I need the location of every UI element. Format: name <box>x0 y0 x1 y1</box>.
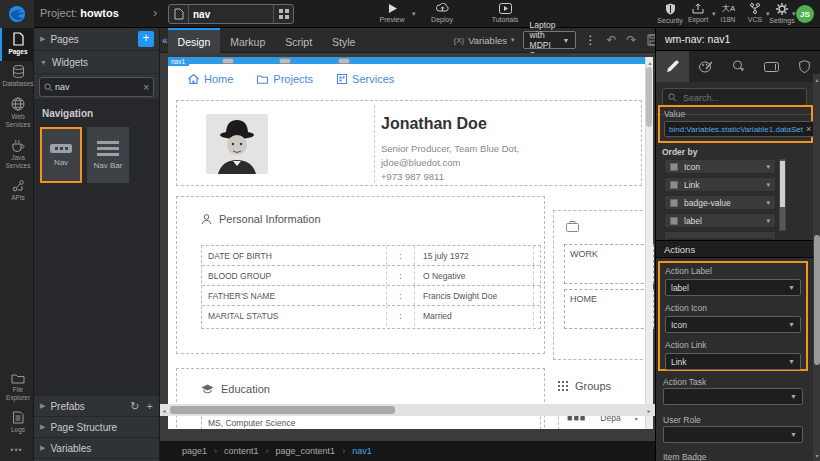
tab-markup[interactable]: Markup <box>220 28 275 53</box>
pencil-icon <box>666 60 679 73</box>
user-role-label: User Role <box>663 415 701 425</box>
education-panel[interactable]: Education MS, Computer Science <box>176 368 545 429</box>
preview-caret-icon[interactable]: ▾ <box>412 10 416 18</box>
scroll-down-icon[interactable]: ▾ <box>813 452 820 459</box>
scroll-up-icon[interactable]: ▴ <box>813 76 820 83</box>
tab-styles[interactable] <box>689 51 722 82</box>
order-option-label[interactable]: label▾ <box>664 213 776 228</box>
table-row[interactable]: DATE OF BIRTH:15 july 1972 <box>202 246 540 266</box>
add-page-button[interactable]: + <box>138 31 154 47</box>
order-option-partial-row <box>664 231 776 238</box>
canvas-hscroll-thumb[interactable] <box>170 406 395 414</box>
value-binding-input[interactable]: bind:Variables.staticVariable1.dataSet × <box>664 121 816 137</box>
preview-button[interactable]: Preview <box>370 3 414 23</box>
tutorials-button[interactable]: Tutorials <box>483 3 527 23</box>
breadcrumb-nav1[interactable]: nav1 <box>352 446 372 456</box>
pages-section-header[interactable]: ▶ Pages + <box>34 28 159 51</box>
profile-panel[interactable]: Jonathan Doe Senior Producer, Team Blue … <box>176 100 642 186</box>
action-link-select[interactable]: Link▼ <box>665 353 801 370</box>
more-options-icon[interactable]: ⋮ <box>584 33 596 47</box>
contact-row-work[interactable]: WORK <box>564 244 654 284</box>
tab-script[interactable]: Script <box>275 28 322 53</box>
contact-panel[interactable]: WORK HOME <box>553 210 653 360</box>
scroll-left-icon[interactable]: ◂ <box>160 407 168 414</box>
breadcrumb-content1[interactable]: content1 <box>224 446 259 456</box>
widget-tile-navbar[interactable]: Nav Bar <box>87 127 129 183</box>
widget-handle[interactable] <box>222 58 234 64</box>
clear-binding-icon[interactable]: × <box>806 124 811 134</box>
variables-dropdown[interactable]: {X} Variables ▾ <box>453 35 514 46</box>
nav-item-home[interactable]: Home <box>188 73 233 85</box>
widget-handle[interactable] <box>279 58 291 64</box>
profile-photo <box>206 114 268 174</box>
checkbox[interactable] <box>670 199 678 207</box>
personal-info-panel[interactable]: Personal Information DATE OF BIRTH:15 ju… <box>176 196 545 354</box>
device-select[interactable]: Laptop with MDPI Screen ▼ <box>523 31 577 49</box>
rail-more-icon[interactable]: ••• <box>0 439 33 461</box>
deploy-button[interactable]: Deploy <box>420 3 464 23</box>
rail-item-web-services[interactable]: Web Services <box>0 93 34 134</box>
page-preview[interactable]: nav1 Home Projects Services <box>168 57 652 429</box>
prefabs-section-header[interactable]: ▶ Prefabs ↻+ <box>34 396 159 417</box>
tab-properties[interactable] <box>656 51 689 82</box>
undo-icon[interactable]: ↶ <box>606 33 616 47</box>
breadcrumb-page1[interactable]: page1 <box>182 446 207 456</box>
page-name-input[interactable] <box>189 9 273 20</box>
action-icon-select[interactable]: Icon▼ <box>665 316 801 333</box>
tab-design[interactable]: Design <box>168 28 221 53</box>
nav-item-projects[interactable]: Projects <box>257 73 313 85</box>
tab-inspect[interactable] <box>722 51 755 82</box>
nav-item-services[interactable]: Services <box>337 73 394 85</box>
table-row[interactable]: FATHER'S NAME:Francis Dwight Doe <box>202 286 540 306</box>
scroll-right-icon[interactable]: ▸ <box>645 407 653 414</box>
tab-device[interactable] <box>755 51 788 82</box>
add-prefab-button[interactable]: + <box>147 400 153 413</box>
breadcrumb-page-content1[interactable]: page_content1 <box>276 446 336 456</box>
page-structure-section-header[interactable]: ▶ Page Structure <box>34 417 159 438</box>
action-label-select[interactable]: label▼ <box>665 279 801 296</box>
wavemaker-logo[interactable] <box>0 0 34 28</box>
table-row[interactable]: MARITAL STATUS:Married <box>202 306 540 326</box>
checkbox[interactable] <box>670 163 678 171</box>
order-list-scroll-thumb[interactable] <box>780 161 785 207</box>
selected-widget-header: wm-nav: nav1 <box>656 28 820 51</box>
canvas-horizontal-scrollbar[interactable]: ◂ ▸ <box>160 404 655 416</box>
tab-style[interactable]: Style <box>322 28 365 53</box>
settings-caret-icon[interactable]: ▾ <box>792 10 796 18</box>
rail-item-pages[interactable]: Pages <box>0 28 34 61</box>
widgets-section-header[interactable]: ▼ Widgets <box>34 51 159 74</box>
widget-search[interactable]: × <box>39 77 154 97</box>
canvas-vscroll-thumb[interactable] <box>646 67 652 127</box>
rail-item-logs[interactable]: Logs <box>0 407 34 439</box>
property-search-input[interactable] <box>681 92 801 104</box>
actions-section-header[interactable]: Actions <box>656 240 813 258</box>
user-role-select[interactable]: ▼ <box>663 426 803 443</box>
widget-search-input[interactable] <box>53 81 143 93</box>
groups-panel[interactable]: Groups ■■■ Depa ▾ <box>553 372 653 429</box>
order-option-icon[interactable]: Icon▾ <box>664 159 776 174</box>
checkbox[interactable] <box>670 217 678 225</box>
clear-search-icon[interactable]: × <box>143 82 149 93</box>
rail-item-databases[interactable]: Databases <box>0 61 34 93</box>
action-task-select[interactable]: ▼ <box>663 388 803 405</box>
contact-row-home[interactable]: HOME <box>564 289 654 329</box>
scroll-up-icon[interactable]: ▴ <box>646 59 654 66</box>
rail-item-file-explorer[interactable]: File Explorer <box>0 369 34 407</box>
table-row[interactable]: BLOOD GROUP:O Negative <box>202 266 540 286</box>
checkbox[interactable] <box>670 181 678 189</box>
refresh-icon[interactable]: ↻ <box>130 400 139 413</box>
widget-handle[interactable] <box>338 58 350 64</box>
variables-section-header[interactable]: ▶ Variables <box>34 438 159 459</box>
order-option-link[interactable]: Link▾ <box>664 177 776 192</box>
panel-scroll-thumb[interactable] <box>814 235 820 365</box>
rail-item-apis[interactable]: APIs <box>0 175 34 207</box>
api-icon <box>12 179 25 192</box>
user-avatar[interactable]: JS <box>796 5 814 23</box>
groups-title: Groups <box>558 380 611 392</box>
rail-item-java-services[interactable]: Java Services <box>0 135 34 175</box>
widget-tile-nav[interactable]: Nav <box>40 127 82 183</box>
order-option-badge-value[interactable]: badge-value▾ <box>664 195 776 210</box>
page-switcher[interactable] <box>168 4 294 24</box>
page-grid-icon[interactable] <box>273 5 293 23</box>
redo-icon[interactable]: ↷ <box>627 33 637 47</box>
